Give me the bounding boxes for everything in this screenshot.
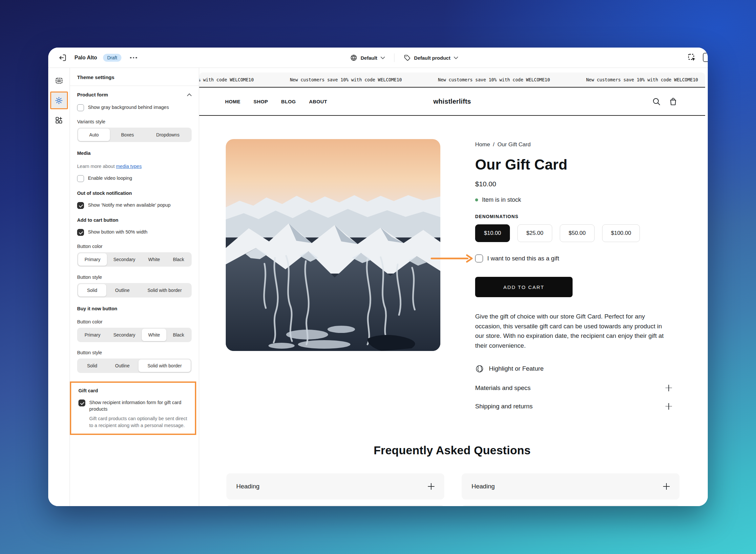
notify-popup-checkbox-row[interactable]: Show ‘Notify me when available’ popup [77, 202, 185, 209]
segment-option[interactable]: Secondary [107, 253, 142, 266]
product-image-mountains[interactable] [226, 139, 440, 351]
denomination-option[interactable]: $25.00 [518, 224, 552, 242]
nav-link-about[interactable]: ABOUT [309, 99, 327, 104]
gift-checkbox-unchecked[interactable] [475, 255, 483, 262]
nav-link-blog[interactable]: BLOG [281, 99, 296, 104]
announcement-text: New customers save 10% with code WELCOME… [586, 77, 698, 82]
checkbox-checked[interactable] [77, 202, 84, 209]
segment-option[interactable]: Primary [78, 253, 107, 266]
segment-option[interactable]: Solid [78, 359, 106, 372]
gift-card-help-text: Gift card products can optionally be sen… [89, 415, 188, 429]
panel-title: Theme settings [70, 68, 199, 86]
denomination-option[interactable]: $10.00 [475, 224, 510, 242]
segment-option[interactable]: Black [166, 253, 191, 266]
checkbox-unchecked[interactable] [77, 175, 84, 182]
atc-button-style-label: Button style [77, 275, 192, 280]
segment-option[interactable]: Dropdowns [145, 128, 191, 141]
gift-card-highlight-annotation: Gift card Show recipient information for… [70, 382, 196, 435]
rail-theme-settings-button[interactable] [50, 92, 68, 109]
media-heading: Media [77, 151, 192, 156]
buy-now-button-color-segmented: Primary Secondary White Black [77, 328, 192, 342]
segment-option[interactable]: White [142, 253, 166, 266]
chevron-down-icon [381, 56, 385, 59]
section-title: Product form [77, 92, 108, 97]
media-help: Learn more about media types [77, 164, 192, 169]
faq-title: Frequently Asked Questions [199, 444, 705, 457]
nav-link-home[interactable]: HOME [225, 99, 240, 104]
checkbox-checked[interactable] [77, 229, 84, 236]
chevron-down-icon [454, 56, 458, 59]
announcement-text: New customers save 10% with code WELCOME… [290, 77, 401, 82]
store-logo[interactable]: whistlerlifts [433, 98, 471, 105]
segment-option[interactable]: Outline [106, 359, 139, 372]
segment-option[interactable]: Auto [78, 128, 110, 141]
segment-option[interactable]: Solid with border [139, 359, 191, 372]
accordion-materials[interactable]: Materials and specs [475, 384, 672, 392]
exit-editor-button[interactable] [57, 52, 68, 64]
atc-heading: Add to cart button [77, 217, 192, 223]
video-looping-checkbox-row[interactable]: Enable video looping [77, 175, 192, 182]
product-price: $10.00 [475, 180, 695, 188]
segment-option[interactable]: Solid [78, 284, 106, 296]
storefront-preview: New customers save 10% with code WELCOME… [199, 68, 708, 506]
rail-sections-button[interactable] [52, 73, 67, 88]
rail-apps-button[interactable] [52, 112, 67, 127]
denomination-option[interactable]: $50.00 [560, 224, 595, 242]
clipped-toolbar-icon[interactable] [703, 53, 708, 62]
globe-icon [350, 54, 357, 61]
plus-icon [663, 483, 670, 490]
stock-status: Item is in stock [475, 197, 695, 203]
product-form-section-header[interactable]: Product form [77, 92, 192, 97]
topbar-divider [394, 53, 394, 62]
highlight-feature-row[interactable]: Highlight or Feature [475, 365, 695, 373]
product-context-selector[interactable]: Default product [403, 54, 458, 61]
orange-arrow-annotation [431, 254, 473, 263]
stock-dot-icon [475, 199, 478, 202]
buy-now-heading: Buy it now button [77, 306, 192, 311]
accordion-shipping[interactable]: Shipping and returns [475, 403, 672, 410]
checkbox-unchecked[interactable] [77, 104, 84, 111]
add-to-cart-button[interactable]: ADD TO CART [475, 277, 573, 297]
back-icon [58, 53, 67, 62]
send-as-gift-row[interactable]: I want to send this as a gift [475, 255, 695, 262]
locale-selector[interactable]: Default [350, 54, 385, 61]
atc-button-color-segmented: Primary Secondary White Black [77, 252, 192, 267]
breadcrumb-home[interactable]: Home [475, 142, 490, 148]
inspect-icon[interactable] [686, 52, 698, 64]
segment-option[interactable]: Boxes [110, 128, 145, 141]
media-types-link[interactable]: media types [116, 164, 142, 169]
gift-recipient-checkbox-row[interactable]: Show recipient information form for gift… [78, 399, 188, 412]
faq-accordion-card[interactable] [226, 505, 444, 506]
faq-accordion-card[interactable] [462, 505, 680, 506]
segment-option[interactable]: Outline [106, 284, 139, 296]
apps-icon [55, 116, 63, 124]
more-horizontal-icon[interactable] [130, 57, 137, 59]
faq-accordion-card[interactable]: Heading [462, 473, 680, 500]
announcement-bar: New customers save 10% with code WELCOME… [199, 72, 705, 88]
segment-option[interactable]: Primary [78, 329, 107, 341]
sections-icon [55, 76, 63, 85]
product-info: Home / Our Gift Card Our Gift Card $10.0… [475, 142, 695, 410]
cart-bag-icon[interactable] [669, 97, 678, 106]
search-icon[interactable] [652, 97, 661, 106]
chevron-up-icon [187, 93, 192, 97]
show-gray-bg-checkbox-row[interactable]: Show gray background behind images [77, 104, 192, 111]
buy-now-button-style-label: Button style [77, 350, 192, 355]
locale-label: Default [361, 55, 377, 61]
plus-icon [665, 385, 672, 391]
denomination-option[interactable]: $100.00 [602, 224, 640, 242]
segment-option[interactable]: Solid with border [139, 284, 191, 296]
segment-option[interactable]: Black [166, 329, 191, 341]
faq-accordion-card[interactable]: Heading [226, 473, 444, 500]
announcement-text: New customers save 10% with code WELCOME… [438, 77, 550, 82]
checkbox-checked[interactable] [78, 399, 85, 406]
atc-button-style-segmented: Solid Outline Solid with border [77, 283, 192, 297]
half-width-checkbox-row[interactable]: Show button with 50% width [77, 229, 192, 236]
denomination-options: $10.00 $25.00 $50.00 $100.00 [475, 224, 695, 242]
segment-option[interactable]: White [142, 329, 166, 341]
announcement-text: New customers save 10% with code WELCOME… [199, 77, 254, 82]
segment-option[interactable]: Secondary [107, 329, 142, 341]
variants-style-segmented: Auto Boxes Dropdowns [77, 127, 192, 142]
nav-link-shop[interactable]: SHOP [254, 99, 268, 104]
gift-card-heading: Gift card [78, 388, 188, 393]
